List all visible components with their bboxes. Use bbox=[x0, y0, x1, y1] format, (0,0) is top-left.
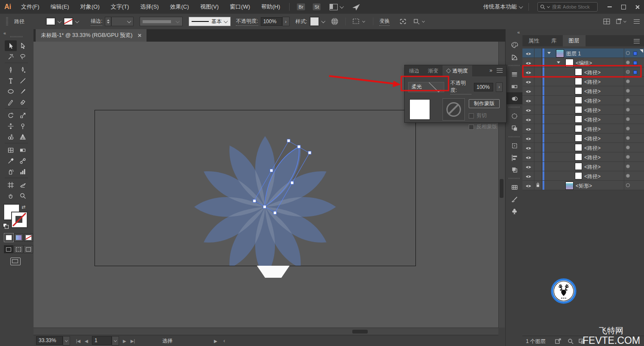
draw-behind-button[interactable] bbox=[14, 245, 23, 253]
layer-row-path[interactable]: <路径> bbox=[522, 77, 644, 86]
stroke-weight-dropdown[interactable] bbox=[111, 17, 134, 26]
shaper-tool[interactable] bbox=[5, 97, 17, 107]
layer-row-rect[interactable]: <矩形> bbox=[522, 181, 644, 190]
rotate-tool[interactable] bbox=[5, 110, 17, 121]
collect-for-export-icon[interactable] bbox=[555, 338, 562, 344]
graphic-style-swatch[interactable] bbox=[310, 17, 319, 26]
target-circle-icon[interactable] bbox=[626, 51, 630, 55]
chevron-down-icon[interactable] bbox=[58, 19, 62, 23]
visibility-eye-icon[interactable] bbox=[525, 61, 531, 67]
layer-thumbnail[interactable] bbox=[575, 106, 582, 113]
selection-indicator[interactable] bbox=[633, 61, 637, 65]
layer-name[interactable]: <路径> bbox=[584, 69, 601, 76]
scale-tool[interactable] bbox=[17, 110, 29, 121]
graphic-styles-panel-icon[interactable] bbox=[506, 122, 523, 134]
tab-stroke[interactable]: 描边 bbox=[405, 65, 424, 76]
target-circle-icon[interactable] bbox=[626, 108, 630, 112]
swatches-panel-icon[interactable] bbox=[506, 181, 523, 193]
target-circle-icon[interactable] bbox=[626, 174, 630, 178]
visibility-eye-icon[interactable] bbox=[525, 89, 531, 95]
menu-item[interactable]: 效果(C) bbox=[165, 0, 195, 14]
layer-thumbnail[interactable] bbox=[575, 134, 582, 142]
target-circle-icon[interactable] bbox=[626, 70, 630, 74]
fill-color-swatch[interactable] bbox=[46, 18, 55, 25]
blend-mode-dropdown[interactable]: 柔光 bbox=[408, 82, 444, 92]
layer-name[interactable]: <路径> bbox=[584, 107, 601, 114]
type-tool[interactable] bbox=[5, 75, 17, 86]
zoom-dropdown-button[interactable] bbox=[63, 336, 70, 346]
layer-thumbnail[interactable] bbox=[575, 144, 582, 151]
layer-row-path[interactable]: <路径> bbox=[522, 143, 644, 152]
layer-name[interactable]: <路径> bbox=[584, 79, 601, 86]
menu-item[interactable]: 选择(S) bbox=[134, 0, 164, 14]
menu-item[interactable]: 对象(O) bbox=[75, 0, 105, 14]
layers-panel-menu-icon[interactable] bbox=[634, 39, 640, 43]
tab-layers[interactable]: 图层 bbox=[563, 35, 586, 46]
vertical-scrollbar-thumb[interactable] bbox=[500, 179, 504, 198]
layer-thumbnail[interactable] bbox=[575, 68, 582, 76]
layer-row-path[interactable]: <路径> bbox=[522, 171, 644, 181]
transform-handles-icon[interactable] bbox=[399, 18, 407, 25]
transparency-opacity-label[interactable]: 不透明度: bbox=[450, 79, 471, 94]
first-artboard-icon[interactable]: |◀ bbox=[76, 339, 80, 343]
selection-tool[interactable] bbox=[5, 40, 17, 51]
expand-dock-icon[interactable]: « bbox=[517, 30, 519, 35]
visibility-eye-icon[interactable] bbox=[525, 79, 531, 85]
align-panel-icon[interactable] bbox=[506, 152, 523, 164]
artboard-tool[interactable] bbox=[5, 179, 17, 190]
target-circle-icon[interactable] bbox=[626, 117, 630, 121]
tab-properties[interactable]: 属性 bbox=[522, 35, 545, 46]
target-circle-icon[interactable] bbox=[626, 155, 630, 159]
blend-tool[interactable] bbox=[17, 155, 29, 166]
layer-thumbnail[interactable] bbox=[575, 115, 582, 123]
color-fill-button[interactable] bbox=[4, 234, 13, 242]
last-artboard-icon[interactable]: ▶| bbox=[131, 339, 135, 343]
layer-name[interactable]: <路径> bbox=[584, 173, 601, 180]
mesh-tool[interactable] bbox=[5, 145, 17, 155]
expand-chevron-icon[interactable] bbox=[557, 61, 560, 64]
zoom-level-control[interactable]: 33.33% bbox=[36, 336, 70, 346]
lasso-tool[interactable] bbox=[17, 51, 29, 62]
puppet-warp-tool[interactable] bbox=[17, 121, 29, 131]
share-rocket-icon[interactable] bbox=[352, 3, 360, 11]
bridge-button[interactable]: Br bbox=[297, 3, 305, 10]
swap-fill-stroke-icon[interactable]: ⇄ bbox=[21, 204, 25, 210]
layer-name[interactable]: <路径> bbox=[584, 154, 601, 161]
next-artboard-icon[interactable]: ▶ bbox=[123, 339, 126, 343]
close-document-icon[interactable] bbox=[137, 33, 141, 37]
document-setup-globe-icon[interactable] bbox=[330, 17, 339, 26]
panel-grip[interactable] bbox=[6, 17, 8, 26]
lock-icon[interactable] bbox=[536, 182, 540, 189]
pathfinder-panel-icon[interactable] bbox=[506, 164, 523, 176]
perspective-grid-tool[interactable] bbox=[17, 131, 29, 142]
chevron-down-icon[interactable] bbox=[75, 19, 79, 23]
layer-thumbnail[interactable] bbox=[575, 97, 582, 104]
visibility-eye-icon[interactable] bbox=[525, 51, 531, 57]
layer-thumbnail[interactable] bbox=[575, 163, 582, 170]
artboard-navigation-control[interactable]: 1 bbox=[92, 336, 119, 346]
artboard[interactable] bbox=[95, 110, 416, 266]
screen-mode-button[interactable] bbox=[10, 258, 21, 265]
menu-item[interactable]: 编辑(E) bbox=[45, 0, 75, 14]
artboard-number-value[interactable]: 1 bbox=[92, 336, 112, 345]
selection-indicator[interactable] bbox=[633, 70, 637, 74]
tab-libraries[interactable]: 库 bbox=[545, 35, 563, 46]
paintbrush-tool[interactable] bbox=[17, 86, 29, 97]
target-circle-icon[interactable] bbox=[626, 98, 630, 102]
target-circle-icon[interactable] bbox=[626, 61, 630, 64]
artboard-dropdown-button[interactable] bbox=[112, 336, 119, 346]
transparency-opacity-value[interactable]: 100% bbox=[474, 83, 493, 91]
layer-thumbnail[interactable] bbox=[556, 49, 564, 58]
target-circle-icon[interactable] bbox=[626, 146, 630, 149]
make-mask-button[interactable]: 制作蒙版 bbox=[469, 99, 500, 108]
menu-item[interactable]: 帮助(H) bbox=[256, 0, 286, 14]
layer-name[interactable]: <路径> bbox=[584, 145, 601, 152]
gradient-tool[interactable] bbox=[17, 145, 29, 155]
transparency-opacity-expand-button[interactable]: › bbox=[496, 82, 503, 92]
layer-name[interactable]: <路径> bbox=[584, 164, 601, 171]
line-segment-tool[interactable] bbox=[17, 75, 29, 86]
layer-thumbnail[interactable] bbox=[575, 87, 582, 94]
menu-item[interactable]: 文字(T) bbox=[105, 0, 135, 14]
layer-row-group[interactable]: <编组> bbox=[522, 58, 644, 67]
layer-thumbnail[interactable] bbox=[575, 153, 582, 161]
